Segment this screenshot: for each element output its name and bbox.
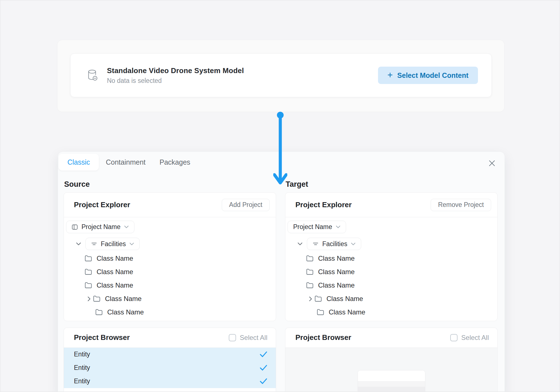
filter-icon xyxy=(91,241,97,246)
folder-icon xyxy=(306,255,314,262)
checkbox-icon[interactable] xyxy=(229,334,236,341)
folder-icon xyxy=(306,282,314,289)
target-facilities-chip[interactable]: Facilities xyxy=(307,238,361,250)
tree-item-label: Class Name xyxy=(105,295,142,303)
tree-item-label: Class Name xyxy=(318,255,355,262)
connector-arrow-down xyxy=(273,111,287,186)
tab-packages[interactable]: Packages xyxy=(153,154,197,171)
target-facilities-label: Facilities xyxy=(322,240,347,248)
source-facilities-label: Facilities xyxy=(101,240,126,248)
check-icon xyxy=(260,378,267,384)
tree-item[interactable]: Class Name xyxy=(66,279,274,292)
folder-icon xyxy=(317,309,324,316)
tree-item-label: Class Name xyxy=(318,281,355,289)
target-select-all[interactable]: Select All xyxy=(450,334,489,342)
model-summary-card: Standalone Video Drone System Model No d… xyxy=(70,53,492,97)
folder-icon xyxy=(314,295,322,302)
source-explorer-title: Project Explorer xyxy=(74,200,130,209)
model-subtitle: No data is selected xyxy=(107,77,244,85)
check-icon xyxy=(260,351,267,358)
target-project-name-chip[interactable]: Project Name xyxy=(288,221,346,233)
source-select-all[interactable]: Select All xyxy=(229,334,267,342)
tree-item-label: Class Name xyxy=(97,255,133,262)
folder-icon xyxy=(85,282,92,289)
tree-item[interactable]: Class Name xyxy=(66,292,274,305)
tree-item-label: Class Name xyxy=(97,281,133,289)
target-project-explorer-card: Project Explorer Remove Project Project … xyxy=(285,192,498,321)
target-project-name-label: Project Name xyxy=(293,223,332,231)
source-browser-title: Project Browser xyxy=(74,333,130,342)
source-facilities-chip[interactable]: Facilities xyxy=(85,238,140,250)
plus-icon: + xyxy=(388,70,393,80)
target-browser-title: Project Browser xyxy=(295,333,351,342)
chevron-right-icon[interactable] xyxy=(87,296,91,302)
chevron-down-icon xyxy=(336,225,340,228)
model-summary-section: Standalone Video Drone System Model No d… xyxy=(57,40,505,112)
folder-icon xyxy=(85,269,92,275)
select-model-content-label: Select Model Content xyxy=(397,71,468,80)
source-project-name-chip[interactable]: Project Name xyxy=(66,221,134,233)
tree-item-label: Class Name xyxy=(326,295,363,303)
entity-label: Entity xyxy=(74,377,90,385)
tree-item[interactable]: Class Name xyxy=(288,292,495,305)
tree-item-label: Class Name xyxy=(97,268,133,276)
expand-chevron-down-icon[interactable] xyxy=(76,242,81,246)
tree-item[interactable]: Class Name xyxy=(288,252,495,265)
browser-row-entity[interactable]: Entity xyxy=(64,375,276,388)
folder-icon xyxy=(85,255,92,262)
tree-item[interactable]: Class Name xyxy=(66,319,274,321)
tab-classic[interactable]: Classic xyxy=(59,154,99,171)
chevron-down-icon xyxy=(124,225,129,228)
tree-item[interactable]: Class Name xyxy=(288,319,495,321)
filter-icon xyxy=(312,241,319,246)
remove-project-button[interactable]: Remove Project xyxy=(431,199,491,211)
checkbox-icon[interactable] xyxy=(450,334,458,341)
target-column: Target Project Explorer Remove Project P… xyxy=(285,178,498,392)
target-explorer-title: Project Explorer xyxy=(295,200,352,209)
tree-item[interactable]: Class Name xyxy=(66,252,274,265)
panel-icon xyxy=(72,224,78,230)
browser-row-entity[interactable]: Entity xyxy=(64,348,276,361)
tree-item[interactable]: Class Name xyxy=(66,265,274,279)
source-project-browser-card: Project Browser Select All Entity Entity… xyxy=(64,328,276,392)
close-icon xyxy=(488,160,496,167)
skeleton-placeholder xyxy=(358,370,425,392)
tree-item[interactable]: Class Name xyxy=(288,305,495,319)
target-browser-empty-state xyxy=(285,348,497,392)
expand-chevron-down-icon[interactable] xyxy=(297,242,303,246)
tree-item[interactable]: Class Name xyxy=(288,265,495,279)
tree-item-label: Class Name xyxy=(107,308,144,316)
select-all-label: Select All xyxy=(461,334,489,342)
chevron-right-icon[interactable] xyxy=(309,296,312,302)
entity-label: Entity xyxy=(74,351,90,358)
source-section-label: Source xyxy=(64,180,276,188)
source-project-explorer-card: Project Explorer Add Project Project Nam… xyxy=(64,192,276,321)
tree-item[interactable]: Class Name xyxy=(66,305,274,319)
tree-item-label: Class Name xyxy=(329,308,365,316)
check-icon xyxy=(260,365,267,371)
chevron-down-icon xyxy=(129,242,134,246)
tab-containment[interactable]: Containment xyxy=(99,154,153,171)
chevron-down-icon xyxy=(351,242,356,246)
source-column: Source Project Explorer Add Project xyxy=(64,178,276,392)
tree-item-label: Class Name xyxy=(318,268,355,276)
entity-label: Entity xyxy=(74,364,90,372)
close-button[interactable] xyxy=(487,158,497,168)
target-section-label: Target xyxy=(286,180,498,188)
folder-icon xyxy=(306,269,314,275)
browser-row-entity[interactable]: Entity xyxy=(64,361,276,375)
model-title: Standalone Video Drone System Model xyxy=(107,66,244,75)
database-link-icon xyxy=(86,69,99,82)
add-project-button[interactable]: Add Project xyxy=(222,199,270,211)
select-model-content-button[interactable]: + Select Model Content xyxy=(378,67,478,84)
source-project-name-label: Project Name xyxy=(81,223,120,231)
target-project-browser-card: Project Browser Select All xyxy=(285,328,498,392)
model-content-dialog: Classic Containment Packages Source Proj… xyxy=(58,151,505,392)
folder-icon xyxy=(93,295,101,302)
folder-icon xyxy=(95,309,103,316)
tree-item[interactable]: Class Name xyxy=(288,279,495,292)
select-all-label: Select All xyxy=(240,334,267,342)
